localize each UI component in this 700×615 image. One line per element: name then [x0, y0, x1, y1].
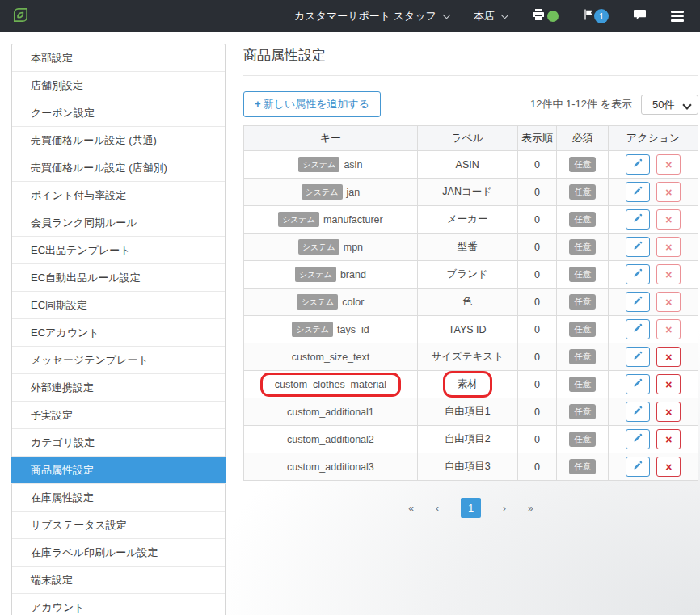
sidebar-item[interactable]: 本部設定	[12, 44, 225, 72]
pencil-icon	[633, 268, 643, 280]
top-navbar: カスタマーサポート スタッフ 本店	[0, 0, 700, 32]
flag-icon	[583, 8, 595, 24]
sidebar-item[interactable]: カテゴリ設定	[12, 429, 225, 457]
sidebar-item[interactable]: メッセージテンプレート	[12, 347, 225, 374]
delete-button[interactable]: ×	[656, 374, 681, 394]
required-cell: 任意	[557, 316, 609, 343]
sidebar-item[interactable]: 在庫属性設定	[12, 484, 225, 512]
delete-button[interactable]: ×	[656, 264, 681, 284]
label-wrap: ASIN	[456, 159, 479, 171]
sidebar-item[interactable]: ポイント付与率設定	[12, 182, 225, 209]
edit-button[interactable]	[626, 319, 650, 339]
x-icon: ×	[665, 434, 672, 445]
pagination-next[interactable]: ›	[503, 503, 506, 514]
required-badge: 任意	[569, 349, 596, 364]
attributes-table: キー ラベル 表示順 必須 アクション システムasin ASIN 0	[243, 125, 698, 481]
system-badge: システム	[295, 267, 336, 282]
sidebar-item[interactable]: 会員ランク同期ルール	[12, 209, 225, 237]
x-icon: ×	[665, 461, 672, 473]
key-text: tays_id	[337, 324, 369, 335]
table-header-row: キー ラベル 表示順 必須 アクション	[244, 126, 698, 151]
sidebar-item[interactable]: 端末設定	[12, 567, 225, 594]
x-icon: ×	[665, 159, 672, 171]
user-menu[interactable]: カスタマーサポート スタッフ	[294, 9, 449, 23]
sidebar-item[interactable]: 外部連携設定	[12, 374, 225, 402]
print-status[interactable]	[532, 8, 559, 24]
sidebar-item[interactable]: 商品属性設定	[11, 457, 226, 484]
label-cell: ブランド	[417, 261, 517, 289]
sidebar-item[interactable]: 予実設定	[12, 402, 225, 429]
label-cell: 自由項目3	[417, 453, 517, 481]
flag-notifications[interactable]: 1	[583, 8, 609, 24]
edit-button[interactable]	[626, 402, 650, 422]
label-cell: 自由項目2	[417, 426, 517, 453]
edit-button[interactable]	[626, 292, 650, 312]
pencil-icon	[633, 351, 643, 363]
key-wrap: システムbrand	[295, 269, 366, 280]
sidebar-item[interactable]: EC出品テンプレート	[12, 237, 225, 264]
edit-button[interactable]	[626, 374, 650, 394]
page-size-select[interactable]: 50件	[641, 95, 698, 115]
order-cell: 0	[517, 151, 557, 179]
order-cell: 0	[517, 316, 557, 343]
delete-button[interactable]: ×	[656, 457, 681, 477]
store-menu[interactable]: 本店	[474, 9, 508, 23]
order-cell: 0	[517, 179, 557, 206]
key-cell: custom_additional2	[244, 426, 418, 453]
delete-button[interactable]: ×	[656, 182, 681, 202]
edit-button[interactable]	[626, 457, 650, 477]
hamburger-icon[interactable]	[671, 11, 684, 22]
edit-button[interactable]	[626, 154, 650, 175]
content-layout: 本部設定店舗別設定クーポン設定売買価格ルール設定 (共通)売買価格ルール設定 (…	[0, 32, 700, 615]
sidebar-item[interactable]: EC同期設定	[12, 292, 225, 319]
sidebar-item[interactable]: 店舗別設定	[12, 72, 225, 99]
pagination-current-page[interactable]: 1	[461, 498, 481, 518]
label-wrap: 型番	[458, 241, 478, 252]
chevron-down-icon	[443, 11, 451, 19]
order-cell: 0	[517, 398, 557, 426]
sidebar-item[interactable]: 売買価格ルール設定 (共通)	[12, 127, 225, 154]
edit-button[interactable]	[626, 237, 650, 257]
delete-button[interactable]: ×	[656, 154, 681, 175]
sidebar-item[interactable]: EC自動出品ルール設定	[12, 264, 225, 292]
required-badge: 任意	[569, 184, 596, 200]
edit-button[interactable]	[626, 182, 650, 202]
delete-button[interactable]: ×	[656, 429, 681, 449]
key-wrap: custom_size_text	[292, 352, 370, 363]
sidebar-item[interactable]: クーポン設定	[12, 99, 225, 127]
table-row: システムjan JANコード 0 任意	[244, 179, 698, 206]
pagination-last[interactable]: »	[528, 503, 533, 514]
add-attribute-button[interactable]: +新しい属性を追加する	[243, 91, 381, 117]
key-text: custom_additional3	[287, 461, 374, 473]
sidebar-item[interactable]: 売買価格ルール設定 (店舗別)	[12, 154, 225, 182]
sidebar-item[interactable]: アカウント	[12, 594, 225, 615]
edit-button[interactable]	[626, 429, 650, 449]
delete-button[interactable]: ×	[656, 292, 681, 312]
label-wrap: 自由項目1	[445, 406, 491, 417]
store-menu-label: 本店	[474, 9, 495, 23]
chat-icon[interactable]	[633, 9, 647, 24]
delete-button[interactable]: ×	[656, 209, 681, 230]
required-cell: 任意	[557, 179, 609, 206]
edit-button[interactable]	[626, 347, 650, 367]
edit-button[interactable]	[626, 264, 650, 284]
result-summary: 12件中 1-12件 を表示	[530, 97, 632, 112]
delete-button[interactable]: ×	[656, 319, 681, 339]
sidebar-item[interactable]: ECアカウント	[12, 319, 225, 347]
pagination-prev[interactable]: ‹	[436, 503, 439, 514]
key-cell: custom_additional1	[244, 398, 418, 426]
x-icon: ×	[665, 297, 672, 308]
required-cell: 任意	[557, 206, 609, 234]
table-row: システムcolor 色 0 任意	[244, 289, 698, 316]
delete-button[interactable]: ×	[656, 237, 681, 257]
pencil-icon	[633, 213, 643, 225]
label-wrap: 色	[462, 296, 473, 307]
label-wrap: 自由項目3	[445, 461, 491, 472]
sidebar-item[interactable]: サブステータス設定	[12, 512, 225, 539]
delete-button[interactable]: ×	[656, 402, 681, 422]
delete-button[interactable]: ×	[656, 347, 681, 367]
sidebar-item[interactable]: 在庫ラベル印刷ルール設定	[12, 539, 225, 567]
pagination-first[interactable]: «	[408, 503, 414, 514]
edit-button[interactable]	[626, 209, 650, 230]
table-row: custom_additional3 自由項目3 0 任意	[244, 453, 698, 481]
